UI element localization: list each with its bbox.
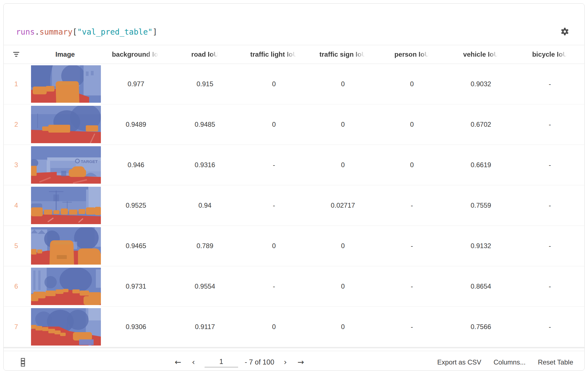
cell-person-iou: -: [377, 242, 446, 250]
segmentation-thumbnail[interactable]: TARGET: [31, 146, 101, 184]
column-header-vehicle-iou[interactable]: vehicle IoU: [446, 51, 515, 58]
cell-traffic-light-iou: 0: [240, 80, 309, 88]
cell-traffic-light-iou: 0: [240, 242, 309, 250]
column-header-traffic-sign-iou[interactable]: traffic sign IoU: [309, 51, 378, 58]
cell-traffic-sign-iou: 0.02717: [309, 202, 378, 209]
panel-header: runs.summary["val_pred_table"]: [4, 4, 584, 45]
cell-vehicle-iou: 0.6702: [446, 121, 515, 128]
cell-background-iou: 0.9731: [101, 282, 170, 290]
cell-traffic-sign-iou: 0: [309, 121, 378, 128]
cell-bicycle-iou: -: [515, 161, 584, 169]
cell-traffic-sign-iou: 0: [309, 80, 378, 88]
column-header-background-iou[interactable]: background IoU: [101, 51, 170, 58]
thumbnail-store-sign-text: TARGET: [81, 159, 98, 164]
segmentation-thumbnail[interactable]: [31, 187, 101, 224]
first-page-icon[interactable]: ←: [174, 358, 182, 367]
column-header-road-iou[interactable]: road IoU: [170, 51, 240, 58]
cell-background-iou: 0.9525: [101, 202, 170, 209]
cell-traffic-sign-iou: 0: [309, 242, 378, 250]
row-height-icon[interactable]: [4, 358, 26, 367]
cell-traffic-light-iou: -: [240, 282, 309, 290]
cell-traffic-sign-iou: 0: [309, 323, 378, 331]
row-index: 1: [4, 80, 29, 88]
settings-gear-icon[interactable]: [560, 27, 570, 37]
export-csv-button[interactable]: Export as CSV: [437, 358, 481, 366]
horizontal-scrollbar[interactable]: [4, 347, 584, 348]
segmentation-thumbnail[interactable]: [31, 308, 101, 346]
image-cell: [29, 268, 101, 305]
cell-vehicle-iou: 0.6619: [446, 161, 515, 169]
cell-person-iou: -: [377, 282, 446, 290]
val-pred-table-panel: runs.summary["val_pred_table"] Image: [3, 3, 585, 371]
cell-traffic-light-iou: 0: [240, 323, 309, 331]
table-row: 7: [4, 307, 584, 347]
reset-table-button[interactable]: Reset Table: [538, 358, 573, 366]
cell-bicycle-iou: -: [515, 80, 584, 88]
row-index: 2: [4, 121, 29, 128]
table-row: 2 0.9489 0.9485 0 0 0: [4, 104, 584, 145]
cell-vehicle-iou: 0.9032: [446, 80, 515, 88]
code-token-string: "val_pred_table": [77, 27, 153, 37]
prev-page-icon[interactable]: ‹: [191, 358, 196, 367]
cell-background-iou: 0.9465: [101, 242, 170, 250]
code-token-runs: runs: [16, 27, 35, 37]
code-token-bracket-open: [: [72, 27, 77, 37]
cell-traffic-light-iou: 0: [240, 121, 309, 128]
table-row: 6: [4, 266, 584, 307]
cell-traffic-light-iou: -: [240, 202, 309, 209]
cell-background-iou: 0.977: [101, 80, 170, 88]
cell-bicycle-iou: -: [515, 282, 584, 290]
page-number-input[interactable]: [205, 357, 238, 368]
cell-traffic-sign-iou: 0: [309, 282, 378, 290]
cell-vehicle-iou: 0.9132: [446, 242, 515, 250]
table-footer: ← ‹ - 7 of 100 › → Export as CSV Columns…: [4, 351, 584, 371]
table-row: 3 TARGET: [4, 145, 584, 185]
cell-vehicle-iou: 0.7566: [446, 323, 515, 331]
code-token-dot: .: [35, 27, 39, 37]
columns-button[interactable]: Columns...: [494, 358, 526, 366]
pagination: ← ‹ - 7 of 100 › →: [174, 351, 305, 371]
segmentation-thumbnail[interactable]: [31, 227, 101, 265]
cell-person-iou: -: [377, 202, 446, 209]
segmentation-thumbnail[interactable]: [31, 268, 101, 305]
image-cell: [29, 187, 101, 224]
cell-background-iou: 0.9489: [101, 121, 170, 128]
last-page-icon[interactable]: →: [297, 358, 305, 367]
panel-title-code: runs.summary["val_pred_table"]: [16, 27, 157, 37]
footer-actions: Export as CSV Columns... Reset Table: [437, 358, 584, 366]
filter-icon[interactable]: [4, 51, 29, 58]
page-range-label: - 7 of 100: [245, 358, 274, 366]
table-row: 4: [4, 185, 584, 226]
column-header-person-iou[interactable]: person IoU: [377, 51, 446, 58]
row-index: 4: [4, 202, 29, 209]
cell-road-iou: 0.915: [170, 80, 240, 88]
image-cell: [29, 106, 101, 143]
cell-road-iou: 0.9117: [170, 323, 240, 331]
row-index: 7: [4, 323, 29, 331]
column-header-traffic-light-iou[interactable]: traffic light IoU: [240, 51, 309, 58]
image-cell: [29, 65, 101, 103]
image-cell: [29, 308, 101, 346]
image-cell: [29, 227, 101, 265]
segmentation-thumbnail[interactable]: [31, 65, 101, 103]
row-index: 5: [4, 242, 29, 250]
cell-traffic-sign-iou: 0: [309, 161, 378, 169]
cell-bicycle-iou: -: [515, 323, 584, 331]
cell-bicycle-iou: -: [515, 121, 584, 128]
cell-bicycle-iou: -: [515, 242, 584, 250]
cell-background-iou: 0.9306: [101, 323, 170, 331]
column-header-image[interactable]: Image: [29, 51, 101, 58]
code-token-bracket-close: ]: [153, 27, 157, 37]
cell-vehicle-iou: 0.7559: [446, 202, 515, 209]
image-cell: TARGET: [29, 146, 101, 184]
cell-road-iou: 0.789: [170, 242, 240, 250]
cell-person-iou: -: [377, 323, 446, 331]
cell-person-iou: 0: [377, 161, 446, 169]
column-header-bicycle-iou[interactable]: bicycle IoU: [515, 51, 584, 58]
segmentation-thumbnail[interactable]: [31, 106, 101, 143]
cell-person-iou: 0: [377, 80, 446, 88]
cell-road-iou: 0.9316: [170, 161, 240, 169]
cell-road-iou: 0.9554: [170, 282, 240, 290]
table-header-row: Image background IoU road IoU traffic li…: [4, 45, 584, 64]
next-page-icon[interactable]: ›: [283, 358, 288, 367]
